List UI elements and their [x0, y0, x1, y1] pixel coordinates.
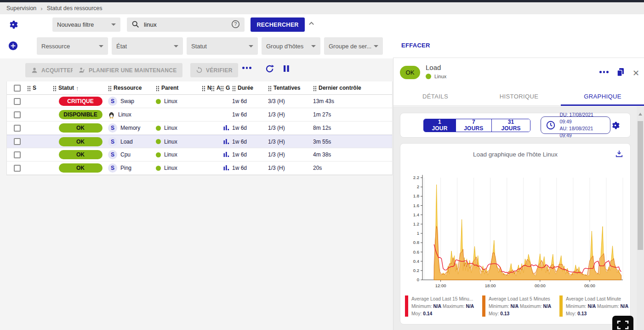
drag-grip-icon[interactable] [268, 85, 272, 91]
row-checkbox[interactable] [14, 138, 21, 145]
resource-cell[interactable]: S Swap [108, 97, 156, 106]
range-1day-button[interactable]: 1 JOUR [424, 119, 456, 132]
row-checkbox[interactable] [14, 151, 21, 158]
download-graph-icon[interactable] [615, 149, 624, 158]
duration-cell: 1w 6d [232, 165, 268, 171]
criteria-status-select[interactable]: Statut [187, 37, 258, 55]
drag-grip-icon[interactable] [156, 85, 160, 91]
fullscreen-toggle[interactable] [612, 316, 633, 330]
graph-icon[interactable] [223, 151, 229, 158]
saved-filter-select[interactable]: Nouveau filtre [52, 17, 120, 32]
parent-cell: Linux [156, 139, 202, 145]
panel-host-name[interactable]: Linux [434, 74, 446, 79]
row-checkbox[interactable] [14, 111, 21, 118]
sort-asc-icon[interactable]: ↑ [76, 85, 79, 92]
col-header-resource[interactable]: Ressource [108, 85, 156, 91]
parent-status-dot [156, 166, 161, 171]
range-7days-button[interactable]: 7 JOURS [456, 119, 491, 132]
pause-refresh-icon[interactable] [282, 64, 291, 73]
table-row[interactable]: OK S Memory Linux 1w 6d 1/3 (H) 8m 12s [7, 122, 392, 135]
criteria-state-select[interactable]: État [112, 37, 183, 55]
col-header-action[interactable]: A [211, 85, 220, 91]
clear-filters-button[interactable]: EFFACER [401, 42, 430, 49]
col-header-tries[interactable]: Tentatives [268, 85, 313, 91]
drag-grip-icon[interactable] [211, 85, 215, 91]
time-range-group: 1 JOUR 7 JOURS 31 JOURS [423, 119, 530, 132]
panel-more-actions-icon[interactable] [599, 71, 609, 73]
close-panel-icon[interactable]: ✕ [633, 68, 639, 78]
resources-pane: ACQUITTER PLANIFIER UNE MAINTENANCE VÉRI… [0, 58, 393, 330]
col-header-duration[interactable]: Durée [232, 85, 268, 91]
graph-icon[interactable] [223, 165, 229, 171]
col-header-severity[interactable]: S [27, 85, 53, 91]
acknowledge-button[interactable]: ACQUITTER [25, 63, 80, 77]
breadcrumb-item-supervision[interactable]: Supervision [6, 5, 36, 12]
range-31days-button[interactable]: 31 JOURS [491, 119, 530, 132]
row-checkbox[interactable] [14, 125, 21, 132]
drag-grip-icon[interactable] [27, 85, 31, 91]
resource-cell[interactable]: S Ping [108, 163, 156, 173]
tab-details[interactable]: DÉTAILS [393, 87, 477, 105]
breadcrumb: Supervision › Statut des ressources [0, 2, 644, 14]
custom-date-range[interactable]: DU: 17/08/2021 09:49 AU: 18/08/2021 09:4… [541, 116, 610, 134]
load-graph[interactable]: 00.20.40.60.811.21.41.61.822.212:0018:00… [404, 172, 627, 293]
tab-history[interactable]: HISTORIQUE [477, 87, 561, 105]
resource-details-panel: OK Load Linux ✕ DÉTAILS HISTORIQUE GRAPH… [393, 58, 644, 330]
graph-settings-gear-icon[interactable] [610, 121, 620, 130]
drag-grip-icon[interactable] [220, 85, 224, 91]
col-header-status[interactable]: Statut↑ [53, 85, 108, 92]
parent-name: Linux [164, 151, 177, 158]
table-row[interactable]: OK S Load Linux 1w 6d 1/3 (H) 3m 55s [7, 135, 392, 148]
criteria-state-label: État [116, 43, 127, 50]
tab-graph[interactable]: GRAPHIQUE [561, 87, 644, 105]
criteria-servicegroup-select[interactable]: Groupe de ser... [324, 37, 383, 55]
drag-grip-icon[interactable] [232, 85, 236, 91]
col-header-notes[interactable]: N [202, 85, 211, 91]
drag-grip-icon[interactable] [108, 85, 112, 91]
col-header-last-check[interactable]: Dernier contrôle [313, 85, 374, 91]
table-row[interactable]: CRITIQUE S Swap Linux 1w 6d 3/3 (H) 13m … [7, 95, 392, 108]
resource-cell[interactable]: S Linux [108, 111, 156, 119]
graph-icon[interactable] [223, 139, 229, 145]
legend-item-load1[interactable]: Average Load Last Minute Minimum: N/A Ma… [559, 295, 632, 318]
filter-settings-gear-icon[interactable] [8, 19, 18, 30]
refresh-icon[interactable] [265, 64, 274, 74]
drag-grip-icon[interactable] [202, 85, 205, 91]
help-icon[interactable]: ? [231, 20, 240, 30]
chevron-down-icon [311, 45, 316, 47]
graph-icon[interactable] [223, 125, 229, 131]
breadcrumb-item-statut[interactable]: Statut des ressources [47, 5, 103, 12]
check-button[interactable]: VÉRIFIER [190, 63, 238, 77]
table-row[interactable]: OK S Cpu Linux 1w 6d 1/3 (H) 4m 38s [7, 148, 392, 162]
criteria-hostgroup-select[interactable]: Group d'hôtes [262, 37, 320, 55]
resource-cell[interactable]: S Memory [108, 123, 156, 133]
drag-grip-icon[interactable] [53, 85, 57, 91]
resource-cell[interactable]: S Load [108, 137, 156, 146]
panel-scrollbar[interactable] [637, 106, 644, 330]
parent-name: Linux [164, 98, 177, 104]
copy-link-icon[interactable] [616, 67, 625, 77]
resource-cell[interactable]: S Cpu [108, 150, 156, 159]
add-criteria-plus-icon[interactable] [8, 41, 18, 51]
table-row[interactable]: OK S Ping Linux 1w 6d 1/3 (H) 20s [7, 162, 392, 175]
collapse-filters-chevron-up-icon[interactable] [308, 20, 315, 27]
row-checkbox[interactable] [14, 98, 21, 105]
legend-item-load5[interactable]: Average Load Last 5 Minutes Minimum: N/A… [482, 295, 555, 318]
legend-item-load15[interactable]: Average Load Last 15 Minu... Minimum: N/… [405, 295, 478, 318]
select-all-checkbox[interactable] [14, 85, 21, 92]
search-button[interactable]: RECHERCHER [251, 17, 305, 32]
scrollbar-thumb[interactable] [638, 121, 643, 250]
col-header-graph[interactable]: G [220, 85, 232, 91]
drag-grip-icon[interactable] [313, 85, 317, 91]
table-row[interactable]: DISPONIBLE S Linux 1w 6d 1/3 (H) 1m 27s [7, 108, 392, 122]
row-checkbox[interactable] [14, 165, 21, 172]
scroll-up-arrow-icon[interactable] [638, 113, 642, 116]
linux-host-icon [108, 111, 115, 119]
col-header-parent[interactable]: Parent [156, 85, 202, 91]
more-actions-icon[interactable] [242, 67, 251, 69]
last-check-cell: 4m 38s [313, 151, 374, 158]
criteria-resource-select[interactable]: Ressource [37, 37, 108, 55]
set-maintenance-button[interactable]: PLANIFIER UNE MAINTENANCE [73, 63, 182, 77]
search-input[interactable] [144, 21, 227, 28]
filter-zone: Nouveau filtre ? RECHERCHER Ressource Ét… [0, 14, 644, 58]
